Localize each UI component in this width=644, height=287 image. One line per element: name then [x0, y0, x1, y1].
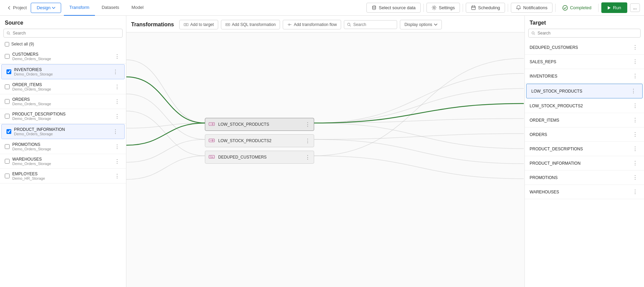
source-item-sub: Demo_Orders_Storage — [14, 132, 109, 136]
target-list-item[interactable]: ORDER_ITEMS ⋮ — [525, 113, 644, 127]
source-item-checkbox[interactable] — [5, 54, 10, 59]
source-search-box — [3, 29, 123, 38]
target-item-menu[interactable]: ⋮ — [631, 159, 639, 167]
target-item-menu[interactable]: ⋮ — [631, 174, 639, 181]
source-search-input[interactable] — [13, 31, 120, 36]
source-item-menu[interactable]: ⋮ — [113, 83, 121, 91]
target-item-name: LOW_STOCK_PRODUCTS — [531, 89, 627, 94]
transform-title: Transformations — [131, 22, 174, 28]
target-item-menu[interactable]: ⋮ — [631, 43, 639, 51]
target-list-item[interactable]: PRODUCT_DESCRIPTIONS ⋮ — [525, 142, 644, 156]
target-list-item[interactable]: INVENTORIES ⋮ — [525, 69, 644, 83]
transform-search-input[interactable] — [353, 22, 394, 27]
source-item-menu[interactable]: ⋮ — [113, 53, 121, 60]
add-flow-button[interactable]: Add transformation flow — [283, 20, 341, 29]
display-options-button[interactable]: Display options — [400, 20, 442, 29]
add-to-target-button[interactable]: Add to target — [179, 20, 218, 29]
transform-node[interactable]: DEDUPED_CUSTOMERS ⋮ — [205, 151, 314, 164]
node-menu[interactable]: ⋮ — [305, 138, 310, 144]
source-item-menu[interactable]: ⋮ — [113, 98, 121, 106]
target-item-menu[interactable]: ⋮ — [631, 145, 639, 153]
target-list-item[interactable]: DEDUPED_CUSTOMERS ⋮ — [525, 40, 644, 55]
source-item-info: WAREHOUSES Demo_Orders_Storage — [12, 157, 110, 166]
settings-button[interactable]: Settings — [426, 3, 460, 13]
bell-icon — [516, 5, 521, 10]
source-item-checkbox[interactable] — [5, 99, 10, 104]
target-item-menu[interactable]: ⋮ — [631, 131, 639, 138]
source-item-menu[interactable]: ⋮ — [111, 128, 120, 136]
node-menu[interactable]: ⋮ — [305, 121, 310, 128]
source-list-item[interactable]: EMPLOYEES Demo_HR_Storage ⋮ — [0, 169, 126, 183]
transform-node[interactable]: LOW_STOCK_PRODUCTS ⋮ — [205, 118, 314, 131]
target-item-menu[interactable]: ⋮ — [631, 58, 639, 66]
source-item-checkbox[interactable] — [5, 114, 10, 119]
transform-search-box — [344, 20, 397, 29]
target-item-menu[interactable]: ⋮ — [631, 188, 639, 196]
target-list-item[interactable]: PRODUCT_INFORMATION ⋮ — [525, 156, 644, 170]
source-item-checkbox[interactable] — [5, 159, 10, 164]
target-list-item[interactable]: SALES_REPS ⋮ — [525, 55, 644, 69]
source-list-item[interactable]: PRODUCT_DESCRIPTIONS Demo_Orders_Storage… — [0, 109, 126, 124]
notifications-button[interactable]: Notifications — [511, 3, 552, 13]
source-item-info: PROMOTIONS Demo_Orders_Storage — [12, 142, 110, 151]
source-item-checkbox[interactable] — [5, 84, 10, 89]
canvas-area: LOW_STOCK_PRODUCTS ⋮ LOW_STOCK_PRODUCTS2… — [126, 32, 524, 287]
svg-rect-6 — [226, 24, 230, 26]
source-list-item[interactable]: ORDERS Demo_Orders_Storage ⋮ — [0, 94, 126, 109]
source-item-checkbox[interactable] — [5, 144, 10, 149]
target-list-item[interactable]: LOW_STOCK_PRODUCTS2 ⋮ — [525, 99, 644, 113]
target-item-menu[interactable]: ⋮ — [629, 87, 638, 95]
source-item-sub: Demo_HR_Storage — [12, 176, 110, 180]
source-list-item[interactable]: PRODUCT_INFORMATION Demo_Orders_Storage … — [1, 124, 125, 139]
target-list-item[interactable]: LOW_STOCK_PRODUCTS ⋮ — [526, 84, 643, 98]
source-item-menu[interactable]: ⋮ — [113, 112, 121, 120]
source-item-checkbox[interactable] — [6, 129, 11, 134]
source-item-name: PROMOTIONS — [12, 142, 110, 147]
more-button[interactable]: ... — [630, 3, 640, 12]
select-source-button[interactable]: Select source data — [366, 3, 421, 13]
add-sql-button[interactable]: Add SQL transformation — [221, 20, 280, 29]
display-options-label: Display options — [404, 22, 432, 27]
target-item-name: WAREHOUSES — [530, 190, 628, 194]
source-list-item[interactable]: WAREHOUSES Demo_Orders_Storage ⋮ — [0, 154, 126, 169]
source-list-item[interactable]: CUSTOMERS Demo_Orders_Storage ⋮ — [0, 49, 126, 64]
select-all-checkbox[interactable] — [5, 42, 9, 46]
scheduling-label: Scheduling — [478, 5, 500, 10]
node-menu[interactable]: ⋮ — [305, 154, 310, 161]
back-button[interactable]: Project — [4, 4, 29, 12]
transform-search-icon — [347, 23, 351, 27]
source-item-menu[interactable]: ⋮ — [113, 158, 121, 165]
tab-datasets[interactable]: Datasets — [96, 0, 125, 16]
tab-transform[interactable]: Transform — [64, 0, 95, 16]
completed-badge: Completed — [558, 4, 596, 12]
target-item-name: ORDERS — [530, 132, 628, 137]
run-button[interactable]: Run — [601, 2, 627, 13]
node-icon — [209, 121, 215, 128]
node-icon — [209, 154, 215, 161]
design-tab-label: Design — [37, 5, 50, 10]
main-layout: Source Select all (9) CUSTOMERS Demo_Ord… — [0, 16, 644, 287]
target-item-menu[interactable]: ⋮ — [631, 116, 639, 124]
source-item-sub: Demo_Orders_Storage — [14, 72, 109, 76]
target-list-item[interactable]: WAREHOUSES ⋮ — [525, 185, 644, 199]
scheduling-button[interactable]: Scheduling — [466, 3, 505, 13]
source-item-menu[interactable]: ⋮ — [113, 143, 121, 151]
source-panel: Source Select all (9) CUSTOMERS Demo_Ord… — [0, 16, 126, 287]
source-item-sub: Demo_Orders_Storage — [12, 102, 110, 106]
source-list-item[interactable]: ORDER_ITEMS Demo_Orders_Storage ⋮ — [0, 80, 126, 94]
target-search-input[interactable] — [537, 31, 638, 36]
source-item-checkbox[interactable] — [5, 174, 10, 178]
source-item-menu[interactable]: ⋮ — [111, 68, 120, 76]
target-item-menu[interactable]: ⋮ — [631, 72, 639, 80]
source-item-name: WAREHOUSES — [12, 157, 110, 162]
target-list-item[interactable]: ORDERS ⋮ — [525, 127, 644, 142]
source-item-menu[interactable]: ⋮ — [113, 172, 121, 180]
source-item-checkbox[interactable] — [6, 69, 11, 74]
source-list-item[interactable]: INVENTORIES Demo_Orders_Storage ⋮ — [1, 64, 125, 79]
transform-node[interactable]: LOW_STOCK_PRODUCTS2 ⋮ — [205, 134, 314, 147]
tab-design[interactable]: Design — [31, 3, 61, 13]
source-list-item[interactable]: PROMOTIONS Demo_Orders_Storage ⋮ — [0, 139, 126, 154]
target-list-item[interactable]: PROMOTIONS ⋮ — [525, 170, 644, 185]
target-item-menu[interactable]: ⋮ — [631, 102, 639, 110]
tab-model[interactable]: Model — [126, 0, 149, 16]
